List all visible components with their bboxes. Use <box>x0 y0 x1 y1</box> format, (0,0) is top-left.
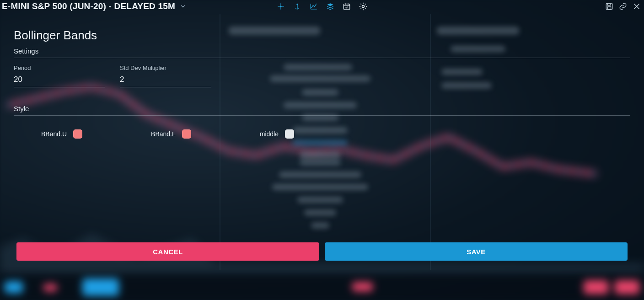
instrument-title: E-MINI S&P 500 (JUN-20) - DELAYED 15M <box>2 1 175 11</box>
std-dev-label: Std Dev Multiplier <box>120 64 211 71</box>
settings-section-label: Settings <box>14 47 630 55</box>
line-chart-icon[interactable] <box>309 2 318 11</box>
std-dev-input[interactable] <box>120 74 211 87</box>
svg-point-1 <box>296 4 298 5</box>
divider <box>14 115 630 116</box>
svg-rect-4 <box>606 3 612 10</box>
divider <box>14 58 630 58</box>
bband-middle-style: middle <box>260 129 294 139</box>
period-field: Period <box>14 64 105 87</box>
svg-rect-5 <box>607 3 610 5</box>
bband-upper-color-swatch[interactable] <box>73 129 82 139</box>
layout-save-icon[interactable] <box>605 2 614 11</box>
std-dev-field: Std Dev Multiplier <box>120 64 211 87</box>
modal-actions: CANCEL SAVE <box>16 242 628 261</box>
layers-icon[interactable] <box>326 2 335 11</box>
background-footer <box>0 275 644 300</box>
bband-upper-label: BBand.U <box>41 130 67 138</box>
bband-middle-color-swatch[interactable] <box>285 129 294 139</box>
toolbar-center <box>276 2 368 11</box>
title-chevron-down-icon[interactable] <box>180 3 186 10</box>
toolbar-right <box>605 2 641 11</box>
svg-rect-6 <box>607 7 611 10</box>
svg-point-0 <box>280 6 282 7</box>
settings-gear-icon[interactable] <box>359 2 368 11</box>
crosshair-icon[interactable] <box>276 2 285 11</box>
modal-title: Bollinger Bands <box>14 28 630 43</box>
period-label: Period <box>14 64 105 71</box>
bband-lower-label: BBand.L <box>151 130 176 138</box>
indicator-settings-panel: Bollinger Bands Settings Period Std Dev … <box>14 28 630 139</box>
style-section-label: Style <box>14 105 630 112</box>
svg-point-3 <box>362 5 365 8</box>
top-bar: E-MINI S&P 500 (JUN-20) - DELAYED 15M <box>0 0 644 13</box>
bband-upper-style: BBand.U <box>41 129 82 139</box>
calendar-icon[interactable] <box>342 2 351 11</box>
bband-middle-label: middle <box>260 130 279 138</box>
cancel-button[interactable]: CANCEL <box>16 242 319 261</box>
anchor-marker-icon[interactable] <box>293 2 302 11</box>
bband-lower-style: BBand.L <box>151 129 191 139</box>
close-icon[interactable] <box>632 2 641 11</box>
save-button[interactable]: SAVE <box>325 242 628 261</box>
period-input[interactable] <box>14 74 105 87</box>
svg-rect-2 <box>343 4 350 10</box>
link-icon[interactable] <box>618 2 628 11</box>
bband-lower-color-swatch[interactable] <box>182 129 191 139</box>
